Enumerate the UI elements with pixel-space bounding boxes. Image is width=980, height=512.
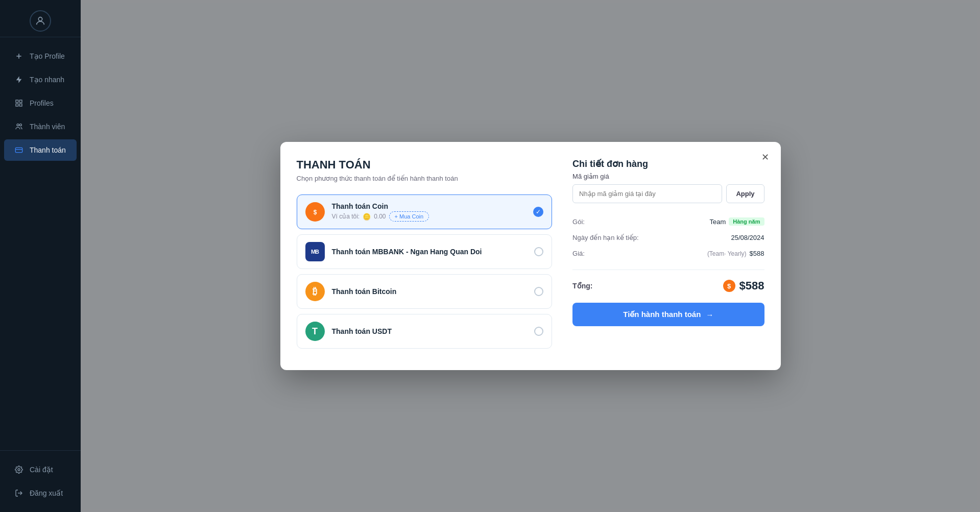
sidebar-item-label: Thanh toán xyxy=(30,146,66,154)
goi-text: Team xyxy=(710,218,726,226)
sidebar-bottom: Cài đặt Đăng xuất xyxy=(0,450,81,512)
modal-title: THANH TOÁN xyxy=(297,158,553,172)
checkout-button[interactable]: Tiến hành thanh toán → xyxy=(572,303,764,326)
goi-label: Gói: xyxy=(572,218,585,226)
order-row-ngay: Ngày đến hạn kế tiếp: 25/08/2024 xyxy=(572,230,764,246)
sidebar-item-label: Tạo Profile xyxy=(30,52,65,60)
sidebar-item-label: Cài đặt xyxy=(30,466,53,474)
logout-icon xyxy=(14,489,23,498)
payment-option-coin[interactable]: $ Thanh toán Coin Ví của tôi: 🪙 0.00 + M… xyxy=(297,194,553,229)
sidebar-item-thanh-toan[interactable]: Thanh toán xyxy=(4,139,77,161)
sidebar-item-tao-nhanh[interactable]: Tạo nhanh xyxy=(4,69,77,90)
members-icon xyxy=(14,122,23,131)
ngay-value: 25/08/2024 xyxy=(731,234,764,241)
order-title: Chi tiết đơn hàng xyxy=(572,158,764,169)
sidebar-item-label: Profiles xyxy=(30,99,54,107)
coin-payment-info: Thanh toán Coin Ví của tôi: 🪙 0.00 + Mua… xyxy=(332,202,527,222)
buy-coin-button[interactable]: + Mua Coin xyxy=(389,211,429,222)
payment-methods-section: THANH TOÁN Chọn phương thức thanh toán đ… xyxy=(297,158,553,354)
mb-radio xyxy=(534,247,543,256)
main-content: ✕ THANH TOÁN Chọn phương thức thanh toán… xyxy=(81,0,980,512)
sidebar-top xyxy=(0,0,81,37)
modal-subtitle: Chọn phương thức thanh toán để tiến hành… xyxy=(297,175,553,182)
divider xyxy=(572,270,764,270)
goi-value: Team Hàng năm xyxy=(710,217,764,226)
order-details-section: Chi tiết đơn hàng Mã giảm giá Apply Gói:… xyxy=(572,158,764,354)
ngay-label: Ngày đến hạn kế tiếp: xyxy=(572,234,639,241)
grid-icon xyxy=(14,99,23,108)
apply-button[interactable]: Apply xyxy=(726,184,764,203)
discount-label: Mã giảm giá xyxy=(572,173,764,180)
coin-icon: $ xyxy=(305,202,325,222)
checkout-arrow-icon: → xyxy=(706,310,713,319)
ngay-text: 25/08/2024 xyxy=(731,234,764,241)
mb-payment-name: Thanh toán MBBANK - Ngan Hang Quan Doi xyxy=(332,248,528,256)
mb-icon: MB xyxy=(305,242,325,261)
bitcoin-payment-info: Thanh toán Bitcoin xyxy=(332,287,528,296)
discount-row: Apply xyxy=(572,184,764,203)
gia-subtext: (Team· Yearly) xyxy=(707,250,747,257)
payment-icon xyxy=(14,145,23,155)
sidebar-item-label: Đăng xuất xyxy=(30,489,63,497)
svg-rect-3 xyxy=(16,100,18,103)
mb-logo-text: MB xyxy=(311,249,319,255)
payment-option-bitcoin[interactable]: ₿ Thanh toán Bitcoin xyxy=(297,274,553,309)
sidebar-item-dang-xuat[interactable]: Đăng xuất xyxy=(4,482,77,504)
usdt-icon: T xyxy=(305,322,325,341)
svg-rect-5 xyxy=(16,104,18,106)
total-value: $ $588 xyxy=(723,279,764,292)
avatar[interactable] xyxy=(30,10,51,32)
gia-text: $588 xyxy=(750,250,764,257)
flash-icon xyxy=(14,75,23,84)
sidebar-item-label: Tạo nhanh xyxy=(30,76,64,84)
order-row-gia: Giá: (Team· Yearly) $588 xyxy=(572,246,764,261)
modal-close-button[interactable]: ✕ xyxy=(758,150,773,164)
checkout-label: Tiến hành thanh toán xyxy=(623,310,701,319)
selected-check-icon: ✓ xyxy=(533,207,543,217)
svg-rect-6 xyxy=(19,104,22,106)
gia-label: Giá: xyxy=(572,250,585,257)
svg-point-8 xyxy=(19,124,21,126)
payment-modal: ✕ THANH TOÁN Chọn phương thức thanh toán… xyxy=(280,142,781,370)
sidebar-item-tao-profile[interactable]: Tạo Profile xyxy=(4,45,77,67)
modal-overlay: ✕ THANH TOÁN Chọn phương thức thanh toán… xyxy=(81,0,980,512)
mb-payment-info: Thanh toán MBBANK - Ngan Hang Quan Doi xyxy=(332,248,528,256)
plus-icon xyxy=(14,52,23,61)
total-label: Tổng: xyxy=(572,282,592,290)
coin-small-icon: 🪙 xyxy=(363,213,371,221)
total-coin-icon: $ xyxy=(723,280,735,292)
coin-payment-name: Thanh toán Coin xyxy=(332,202,527,210)
sidebar: Tạo Profile Tạo nhanh Profiles xyxy=(0,0,81,512)
sidebar-item-label: Thành viên xyxy=(30,123,65,131)
bitcoin-icon: ₿ xyxy=(305,282,325,301)
sidebar-item-profiles[interactable]: Profiles xyxy=(4,92,77,114)
discount-input[interactable] xyxy=(572,184,722,203)
sidebar-item-cai-dat[interactable]: Cài đặt xyxy=(4,459,77,480)
sidebar-nav: Tạo Profile Tạo nhanh Profiles xyxy=(0,37,81,450)
svg-point-7 xyxy=(17,124,19,126)
bitcoin-radio xyxy=(534,287,543,296)
sidebar-item-thanh-vien[interactable]: Thành viên xyxy=(4,116,77,137)
bitcoin-payment-name: Thanh toán Bitcoin xyxy=(332,287,528,296)
usdt-radio xyxy=(534,327,543,336)
total-row: Tổng: $ $588 xyxy=(572,274,764,303)
gia-value: (Team· Yearly) $588 xyxy=(707,250,764,257)
svg-text:$: $ xyxy=(313,209,317,216)
svg-point-0 xyxy=(38,17,42,21)
payment-option-usdt[interactable]: T Thanh toán USDT xyxy=(297,314,553,349)
order-details-rows: Gói: Team Hàng năm Ngày đến hạn kế tiếp:… xyxy=(572,213,764,261)
svg-point-11 xyxy=(18,469,20,471)
wallet-balance: 0.00 xyxy=(374,213,386,220)
svg-rect-9 xyxy=(15,148,22,152)
payment-option-mbbank[interactable]: MB Thanh toán MBBANK - Ngan Hang Quan Do… xyxy=(297,234,553,269)
yearly-badge: Hàng năm xyxy=(729,217,764,226)
order-row-goi: Gói: Team Hàng năm xyxy=(572,213,764,230)
settings-icon xyxy=(14,465,23,474)
coin-wallet-row: Ví của tôi: 🪙 0.00 + Mua Coin xyxy=(332,211,527,222)
total-amount: $588 xyxy=(739,279,764,292)
svg-rect-4 xyxy=(19,100,22,103)
wallet-label: Ví của tôi: xyxy=(332,213,360,220)
usdt-payment-info: Thanh toán USDT xyxy=(332,327,528,335)
usdt-payment-name: Thanh toán USDT xyxy=(332,327,528,335)
